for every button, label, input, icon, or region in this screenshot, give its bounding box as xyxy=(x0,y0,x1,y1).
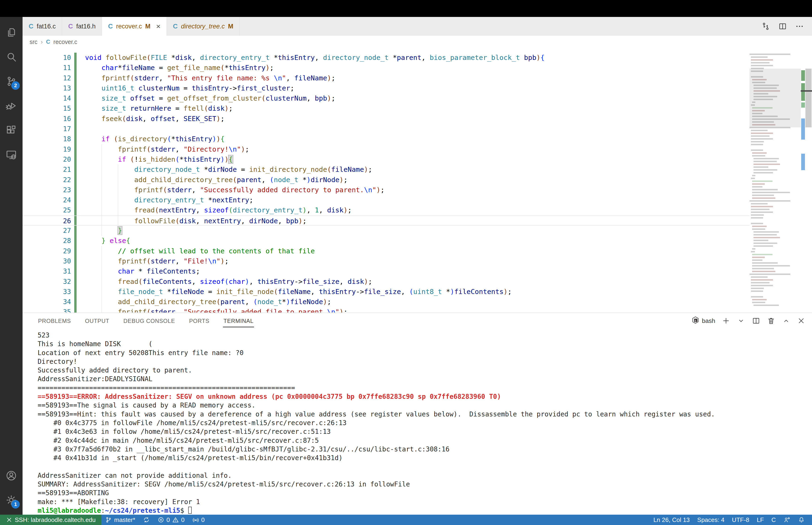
status-git-branch[interactable]: master* xyxy=(101,515,139,525)
git-added-gutter-bar xyxy=(74,73,77,83)
token: * xyxy=(442,288,450,296)
remote-icon xyxy=(6,149,17,160)
maximize-panel-button[interactable] xyxy=(782,317,791,325)
code-line[interactable]: 22 add_child_directory_tree(parent, (nod… xyxy=(22,175,750,185)
token: , xyxy=(159,74,167,82)
terminal[interactable]: 523This is homeName DISK (Location of ne… xyxy=(22,329,812,515)
open-changes-button[interactable] xyxy=(761,22,770,31)
code-line[interactable]: 34 add_child_directory_tree(parent, (nod… xyxy=(22,297,750,307)
code-line[interactable]: 10void followFile(FILE *disk, directory_… xyxy=(22,52,750,63)
minimap-row xyxy=(750,200,801,203)
split-terminal-button[interactable] xyxy=(752,317,760,325)
new-terminal-button[interactable] xyxy=(722,317,730,325)
code-line[interactable]: 14 size_t offset = get_offset_from_clust… xyxy=(22,93,750,103)
panel-tab-problems[interactable]: PROBLEMS xyxy=(37,314,72,327)
status-problems[interactable]: 00 xyxy=(154,515,188,525)
minimap-row xyxy=(750,240,801,242)
code-line[interactable]: 12 fprintf(stderr, "This entry file name… xyxy=(22,73,750,83)
token: fileContents xyxy=(142,278,192,286)
code-line[interactable]: 33 file_node_t *fileNode = init_file_nod… xyxy=(22,287,750,297)
activity-item-settings[interactable]: 1 xyxy=(0,488,22,512)
minimap-row xyxy=(750,242,801,245)
status-cursor-position[interactable]: Ln 26, Col 13 xyxy=(650,515,693,525)
code-line[interactable]: 27 } xyxy=(22,226,750,236)
code-line[interactable]: 15 size_t returnHere = ftell(disk); xyxy=(22,103,750,114)
status-feedback[interactable] xyxy=(780,515,794,525)
panel-tab-ports[interactable]: PORTS xyxy=(189,314,210,327)
terminal-profile[interactable]: $_ bash xyxy=(691,316,715,326)
token: ) xyxy=(212,135,216,143)
remote-indicator[interactable]: SSH: labradoodle.caltech.edu xyxy=(0,515,101,525)
code-line[interactable]: 29 // offset will lead to the contents o… xyxy=(22,246,750,256)
token: thisEntry xyxy=(175,135,212,143)
activity-item-search[interactable] xyxy=(0,45,22,69)
code-line[interactable]: 17 xyxy=(22,124,750,134)
code-line[interactable]: 18 if (is_directory(*thisEntry)){ xyxy=(22,134,750,144)
kill-terminal-button[interactable] xyxy=(767,317,775,325)
code-line[interactable]: 26 followFile(disk, nextEntry, dirNode, … xyxy=(22,215,750,226)
code-line[interactable]: 21 directory_node_t *dirNode = init_dire… xyxy=(22,165,750,175)
activity-item-extensions[interactable] xyxy=(0,118,22,142)
more-actions-button[interactable] xyxy=(795,22,804,31)
code-line[interactable]: 35 fprintf(stderr, "Successfully added f… xyxy=(22,307,750,313)
panel-tab-terminal[interactable]: TERMINAL xyxy=(223,314,254,327)
activity-item-accounts[interactable] xyxy=(0,463,22,488)
code-line[interactable]: 16 fseek(disk, offset, SEEK_SET); xyxy=(22,114,750,124)
code-line[interactable]: 32 fread(fileContents, sizeof(char), thi… xyxy=(22,276,750,287)
activity-item-explorer[interactable] xyxy=(0,20,22,45)
status-forwarded-ports[interactable]: 0 xyxy=(188,515,209,525)
panel-tab-output[interactable]: OUTPUT xyxy=(85,314,110,327)
editor-scrollbar[interactable] xyxy=(801,48,812,313)
code-line[interactable]: 30 fprintf(stderr, "File!\n"); xyxy=(22,256,750,266)
status-encoding[interactable]: UTF-8 xyxy=(728,515,753,525)
status-notifications[interactable] xyxy=(794,515,809,525)
git-added-gutter-bar xyxy=(74,134,77,144)
editor-actions xyxy=(240,17,812,36)
tabs: Cfat16.cCfat16.hCrecover.cM×Cdirectory_t… xyxy=(22,17,240,36)
split-editor-button[interactable] xyxy=(778,22,787,31)
token: } xyxy=(118,227,122,235)
tab-directory_tree-c[interactable]: Cdirectory_tree.cM xyxy=(167,17,240,36)
code-line[interactable]: 19 fprintf(stderr, "Directory!\n"); xyxy=(22,144,750,154)
terminal-line: mli5@labradoodle:~/cs24/pretest-mli5$ xyxy=(37,506,812,515)
activity-item-source-control[interactable]: 2 xyxy=(0,69,22,93)
activity-item-remote-explorer[interactable] xyxy=(0,142,22,167)
activity-item-run-and-debug[interactable] xyxy=(0,93,22,118)
code-line[interactable]: 28 } else{ xyxy=(22,236,750,246)
panel-tab-debug-console[interactable]: DEBUG CONSOLE xyxy=(123,314,175,327)
status-eol[interactable]: LF xyxy=(753,515,768,525)
status-language-mode[interactable]: C xyxy=(768,515,780,525)
token: parent xyxy=(220,298,245,306)
code-line[interactable]: 31 char * fileContents; xyxy=(22,266,750,276)
close-panel-button[interactable] xyxy=(797,317,806,325)
code-line[interactable]: 20 if (!is_hidden(*thisEntry)){ xyxy=(22,154,750,165)
code-line[interactable]: 11 char*fileName = get_file_name(*thisEn… xyxy=(22,63,750,73)
status-indentation[interactable]: Spaces: 4 xyxy=(693,515,729,525)
token: fprintf xyxy=(118,145,147,153)
tab-fat16-c[interactable]: Cfat16.c xyxy=(22,17,62,36)
breadcrumb-file[interactable]: recover.c xyxy=(53,39,77,45)
token xyxy=(126,94,130,102)
status-sync-changes[interactable] xyxy=(139,515,154,525)
breadcrumb-folder[interactable]: src xyxy=(30,39,37,45)
code-line[interactable]: 23 fprintf(stderr, "Successfully added d… xyxy=(22,185,750,195)
token: , xyxy=(249,278,257,286)
tab-recover-c[interactable]: Crecover.cM× xyxy=(102,17,167,36)
line-number: 15 xyxy=(22,103,71,114)
line-number: 19 xyxy=(22,144,71,154)
code-line[interactable]: 24 directory_entry_t *nextEntry; xyxy=(22,195,750,205)
launch-profile-dropdown-button[interactable] xyxy=(737,317,745,325)
minimap-row xyxy=(750,189,801,192)
tab-close-icon[interactable]: × xyxy=(156,22,160,30)
token: ) xyxy=(225,155,229,163)
minimap[interactable] xyxy=(750,48,801,313)
token: ( xyxy=(138,278,142,286)
code-line[interactable]: 13 uint16_t clusterNum = thisEntry->firs… xyxy=(22,83,750,93)
minimap-slider[interactable] xyxy=(750,69,801,127)
code-editor[interactable]: 10void followFile(FILE *disk, directory_… xyxy=(22,48,812,313)
tab-fat16-h[interactable]: Cfat16.h xyxy=(62,17,102,36)
modified-flag: M xyxy=(228,23,233,30)
scrollbar-slider[interactable] xyxy=(806,69,812,127)
code-line[interactable]: 25 fread(nextEntry, sizeof(directory_ent… xyxy=(22,205,750,215)
token: , xyxy=(245,298,253,306)
